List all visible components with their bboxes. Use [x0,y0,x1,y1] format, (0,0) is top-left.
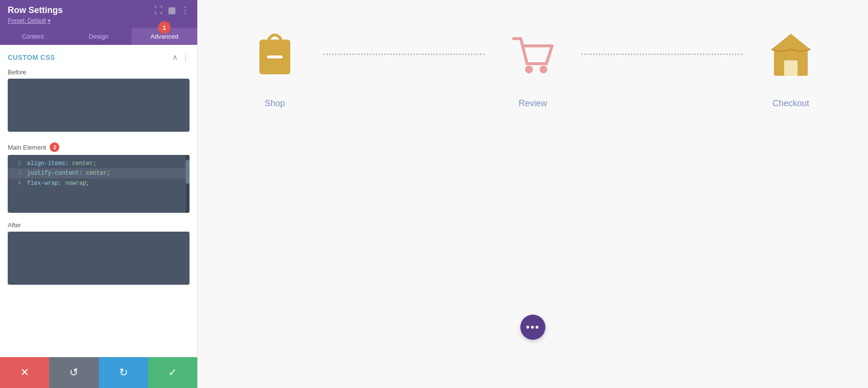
code-line-2: 3 justify-content: center; [8,168,190,178]
custom-css-section-header: Custom CSS ∧ ⋮ [8,53,190,62]
fab-dots: ••• [526,321,540,333]
tab-content[interactable]: Content [0,28,66,45]
save-button[interactable]: ✓ [148,357,197,388]
tab-advanced-wrap: Advanced 1 [132,28,197,45]
step-checkout: Checkout [743,29,839,109]
cancel-button[interactable]: ✕ [0,357,49,388]
code-scrollbar[interactable] [186,155,190,213]
undo-button[interactable]: ↺ [49,357,98,388]
divider-1 [323,54,485,55]
redo-button[interactable]: ↻ [99,357,148,388]
custom-css-title: Custom CSS [8,54,55,61]
section-more-icon[interactable]: ⋮ [182,53,190,62]
after-css-input[interactable] [8,232,190,285]
code-line-3: 4 flex-wrap: nowrap; [8,179,190,188]
more-icon[interactable]: ⋮ [181,5,190,15]
columns-icon[interactable]: ▦ [168,5,176,15]
before-label: Before [8,69,190,76]
review-label: Review [518,98,547,109]
undo-icon: ↺ [69,366,78,379]
right-canvas: Shop Review [198,0,868,388]
svg-point-2 [525,66,533,73]
main-element-label: Main Element 2 [8,142,190,152]
review-icon [509,29,557,89]
shop-label: Shop [265,98,285,109]
steps-row: Shop Review [227,29,839,109]
after-label: After [8,222,190,229]
redo-icon: ↻ [119,366,128,379]
preset-label: Preset: Default [8,17,46,24]
tab-advanced-badge: 1 [158,21,171,34]
svg-rect-5 [784,60,798,76]
left-panel: Row Settings ⛶ ▦ ⋮ Preset: Default ▾ Con… [0,0,198,388]
panel-header-top: Row Settings ⛶ ▦ ⋮ [8,5,190,15]
section-controls: ∧ ⋮ [172,53,190,62]
step-shop: Shop [227,29,323,109]
expand-icon[interactable]: ⛶ [154,5,163,15]
tab-design[interactable]: Design [66,28,131,45]
shop-icon [251,29,299,89]
save-icon: ✓ [168,366,177,379]
collapse-icon[interactable]: ∧ [172,53,178,62]
divider-2 [581,54,743,55]
panel-title: Row Settings [8,5,63,15]
svg-point-3 [540,66,547,73]
code-line-1: 2 align-items: center; [8,159,190,168]
fab-button[interactable]: ••• [520,315,545,340]
main-element-badge: 2 [50,142,59,152]
bottom-bar: ✕ ↺ ↻ ✓ [0,357,197,388]
preset-arrow[interactable]: ▾ [48,17,51,24]
checkout-icon [767,29,815,89]
step-review: Review [485,29,581,109]
svg-rect-1 [267,55,283,58]
checkout-label: Checkout [773,98,809,109]
panel-body: Custom CSS ∧ ⋮ Before Main Element 2 2 a… [0,45,197,357]
panel-header-icons: ⛶ ▦ ⋮ [154,5,190,15]
before-css-input[interactable] [8,79,190,132]
tabs-row: Content Design Advanced 1 [0,28,197,45]
cancel-icon: ✕ [20,366,29,379]
code-scrollbar-thumb [186,160,190,184]
main-element-code-editor[interactable]: 2 align-items: center; 3 justify-content… [8,155,190,213]
